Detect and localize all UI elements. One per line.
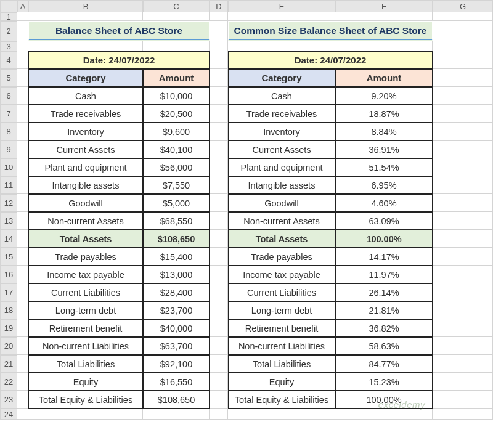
cell[interactable] [17, 41, 28, 51]
cell[interactable] [28, 12, 143, 21]
row-header-5[interactable]: 5 [0, 69, 17, 87]
right-cat-13[interactable]: Non-current Assets [228, 212, 335, 230]
right-cat-9[interactable]: Current Assets [228, 141, 335, 158]
right-amt-9[interactable]: 36.91% [335, 141, 433, 158]
left-cat-13[interactable]: Non-current Assets [28, 212, 143, 230]
right-cat-8[interactable]: Inventory [228, 123, 335, 141]
left-amt-22[interactable]: $16,550 [143, 373, 210, 391]
right-cat-23[interactable]: Total Equity & Liabilities [228, 391, 335, 409]
row-header-4[interactable]: 4 [0, 51, 17, 69]
right-cat-14[interactable]: Total Assets [228, 230, 335, 248]
left-cat-20[interactable]: Non-current Liabilities [28, 337, 143, 355]
col-header-A[interactable]: A [17, 0, 28, 12]
right-amt-13[interactable]: 63.09% [335, 212, 433, 230]
row-header-7[interactable]: 7 [0, 105, 17, 123]
right-cat-7[interactable]: Trade receivables [228, 105, 335, 123]
col-header-E[interactable]: E [228, 0, 335, 12]
cell[interactable] [228, 12, 335, 21]
cell[interactable] [228, 409, 335, 420]
cell[interactable] [335, 12, 433, 21]
row-header-18[interactable]: 18 [0, 301, 17, 319]
left-amt-7[interactable]: $20,500 [143, 105, 210, 123]
right-amt-8[interactable]: 8.84% [335, 123, 433, 141]
right-amt-10[interactable]: 51.54% [335, 158, 433, 176]
cell[interactable] [143, 12, 210, 21]
cell[interactable] [143, 41, 210, 51]
right-amt-15[interactable]: 14.17% [335, 248, 433, 266]
right-cat-21[interactable]: Total Liabilities [228, 355, 335, 373]
row-header-23[interactable]: 23 [0, 391, 17, 409]
right-cat-11[interactable]: Intangible assets [228, 176, 335, 194]
right-amt-7[interactable]: 18.87% [335, 105, 433, 123]
right-amt-19[interactable]: 36.82% [335, 319, 433, 337]
right-amt-23[interactable]: 100.00% [335, 391, 433, 409]
left-cat-17[interactable]: Current Liabilities [28, 283, 143, 301]
left-amt-12[interactable]: $5,000 [143, 194, 210, 212]
row-header-1[interactable]: 1 [0, 12, 17, 21]
right-amt-6[interactable]: 9.20% [335, 87, 433, 105]
left-amt-18[interactable]: $23,700 [143, 301, 210, 319]
cell[interactable] [143, 409, 210, 420]
row-header-16[interactable]: 16 [0, 266, 17, 283]
left-cat-9[interactable]: Current Assets [28, 141, 143, 158]
cell[interactable] [335, 41, 433, 51]
row-header-9[interactable]: 9 [0, 141, 17, 158]
cell[interactable] [17, 12, 28, 21]
right-cat-17[interactable]: Current Liabilities [228, 283, 335, 301]
right-cat-10[interactable]: Plant and equipment [228, 158, 335, 176]
right-cat-18[interactable]: Long-term debt [228, 301, 335, 319]
cell[interactable] [335, 409, 433, 420]
left-amt-11[interactable]: $7,550 [143, 176, 210, 194]
cell[interactable] [210, 409, 228, 420]
left-amt-14[interactable]: $108,650 [143, 230, 210, 248]
cell[interactable] [28, 409, 143, 420]
right-cat-16[interactable]: Income tax payable [228, 266, 335, 283]
cell[interactable] [210, 12, 228, 21]
right-amt-21[interactable]: 84.77% [335, 355, 433, 373]
right-cat-12[interactable]: Goodwill [228, 194, 335, 212]
row-header-21[interactable]: 21 [0, 355, 17, 373]
left-cat-8[interactable]: Inventory [28, 123, 143, 141]
left-cat-23[interactable]: Total Equity & Liabilities [28, 391, 143, 409]
row-header-12[interactable]: 12 [0, 194, 17, 212]
left-amt-13[interactable]: $68,550 [143, 212, 210, 230]
left-cat-19[interactable]: Retirement benefit [28, 319, 143, 337]
right-date[interactable]: Date: 24/07/2022 [228, 51, 433, 69]
row-header-24[interactable]: 24 [0, 409, 17, 420]
cell[interactable] [17, 409, 28, 420]
row-header-10[interactable]: 10 [0, 158, 17, 176]
col-header-C[interactable]: C [143, 0, 210, 12]
left-amt-17[interactable]: $28,400 [143, 283, 210, 301]
cell[interactable] [28, 41, 143, 51]
row-header-13[interactable]: 13 [0, 212, 17, 230]
left-cat-16[interactable]: Income tax payable [28, 266, 143, 283]
row-header-11[interactable]: 11 [0, 176, 17, 194]
right-cat-22[interactable]: Equity [228, 373, 335, 391]
right-amt-17[interactable]: 26.14% [335, 283, 433, 301]
left-hdr-category[interactable]: Category [28, 69, 143, 87]
cell[interactable] [433, 409, 493, 420]
left-cat-12[interactable]: Goodwill [28, 194, 143, 212]
left-cat-11[interactable]: Intangible assets [28, 176, 143, 194]
left-cat-7[interactable]: Trade receivables [28, 105, 143, 123]
left-amt-19[interactable]: $40,000 [143, 319, 210, 337]
left-amt-6[interactable]: $10,000 [143, 87, 210, 105]
left-amt-16[interactable]: $13,000 [143, 266, 210, 283]
left-cat-15[interactable]: Trade payables [28, 248, 143, 266]
cell[interactable] [228, 41, 335, 51]
row-header-14[interactable]: 14 [0, 230, 17, 248]
select-all-corner[interactable] [0, 0, 17, 12]
left-date[interactable]: Date: 24/07/2022 [28, 51, 210, 69]
right-amt-11[interactable]: 6.95% [335, 176, 433, 194]
left-amt-21[interactable]: $92,100 [143, 355, 210, 373]
col-header-B[interactable]: B [28, 0, 143, 12]
right-hdr-category[interactable]: Category [228, 69, 335, 87]
row-header-2[interactable]: 2 [0, 21, 17, 41]
cell[interactable] [433, 41, 493, 51]
row-header-22[interactable]: 22 [0, 373, 17, 391]
row-header-8[interactable]: 8 [0, 123, 17, 141]
row-header-6[interactable]: 6 [0, 87, 17, 105]
right-cat-15[interactable]: Trade payables [228, 248, 335, 266]
right-cat-20[interactable]: Non-current Liabilities [228, 337, 335, 355]
left-amt-10[interactable]: $56,000 [143, 158, 210, 176]
